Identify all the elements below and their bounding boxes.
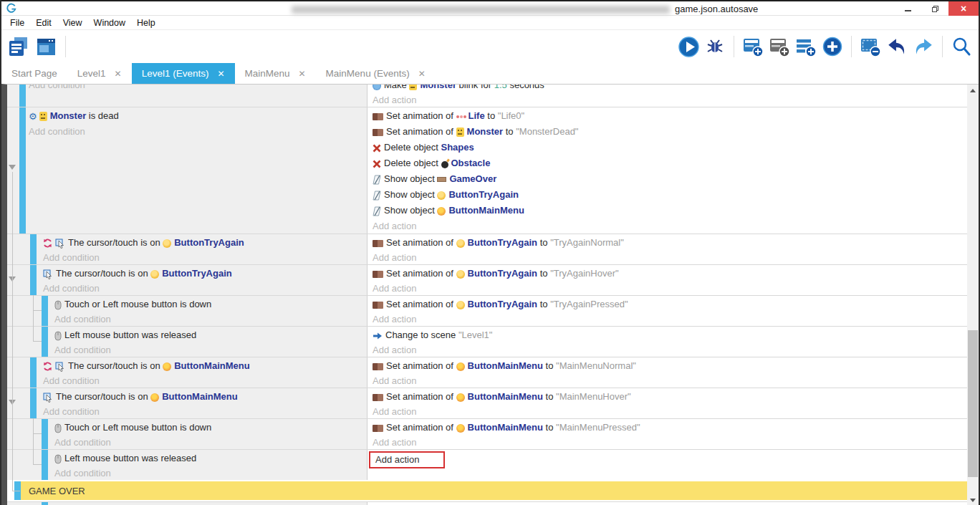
event-bar — [42, 327, 48, 357]
action-line[interactable]: Set animation of ButtonMainMenu to "Main… — [373, 358, 967, 373]
expander-icon[interactable] — [9, 165, 16, 170]
menu-view[interactable]: View — [57, 18, 88, 28]
tab-mainmenu[interactable]: MainMenu ✕ — [235, 63, 316, 84]
object-name: ButtonMainMenu — [468, 360, 543, 371]
number-value: 1.5 — [494, 85, 507, 90]
add-condition-button[interactable]: Add condition — [54, 342, 367, 357]
undo-button[interactable] — [885, 35, 908, 58]
add-condition-button[interactable]: Add condition — [43, 373, 367, 388]
add-action-button-highlighted[interactable]: Add action — [369, 451, 445, 468]
action-line[interactable]: Delete object Obstacle — [373, 155, 967, 171]
condition-line[interactable]: Left mouse button was released — [54, 451, 367, 466]
add-condition-button[interactable]: Add condition — [43, 250, 367, 264]
action-text: seconds — [507, 85, 544, 90]
play-button[interactable] — [677, 35, 700, 58]
tab-label: Level1 — [77, 68, 106, 79]
add-condition-button[interactable]: Add condition — [54, 466, 367, 480]
actions-cell: Change to scene "Level1" Add action — [368, 327, 967, 357]
restore-button[interactable] — [921, 1, 948, 16]
redo-button[interactable] — [912, 35, 935, 58]
action-line[interactable]: Set animation of ButtonTryAgain to "TryA… — [373, 266, 967, 281]
action-line[interactable]: Set animation of Life to "Life0" — [373, 108, 967, 124]
add-event-button[interactable] — [741, 35, 764, 58]
scroll-up-arrow[interactable] — [967, 85, 979, 96]
add-action-button[interactable]: Add action — [373, 373, 967, 388]
add-other-event-button[interactable] — [821, 35, 844, 58]
string-value: "MainMenuHover" — [556, 391, 631, 402]
set-animation-icon — [373, 240, 383, 247]
string-value: "TryAgainPressed" — [550, 299, 628, 309]
search-button[interactable] — [950, 35, 973, 58]
add-action-button[interactable]: Add action — [373, 218, 967, 234]
add-action-button[interactable]: Add action — [373, 435, 967, 449]
tab-level1-events[interactable]: Level1 (Events) ✕ — [132, 63, 235, 84]
scrollbar-thumb[interactable] — [968, 330, 978, 477]
tab-close-icon[interactable]: ✕ — [115, 69, 122, 79]
add-condition-button[interactable]: Add condition — [54, 312, 367, 326]
action-line[interactable]: Set animation of ButtonMainMenu to "Main… — [373, 389, 967, 404]
condition-line[interactable]: ⚙Monster is dead — [29, 108, 367, 124]
set-animation-icon — [373, 425, 383, 432]
condition-line[interactable]: Touch or Left mouse button is down — [54, 420, 367, 435]
tab-close-icon[interactable]: ✕ — [418, 69, 426, 79]
add-action-button[interactable]: Add action — [373, 312, 967, 326]
event-bar — [30, 234, 37, 264]
action-line[interactable]: Make Monster blink for 1.5 seconds — [373, 85, 967, 92]
remove-event-button[interactable] — [859, 35, 882, 58]
tab-mainmenu-events[interactable]: MainMenu (Events) ✕ — [316, 63, 436, 84]
add-action-button[interactable]: Add action — [373, 281, 967, 295]
action-line[interactable]: Show object GameOver — [373, 171, 967, 187]
comment-row[interactable]: GAME OVER — [7, 481, 967, 500]
add-condition-button[interactable]: Add condition — [29, 124, 367, 140]
window-title: game.json.autosave — [675, 4, 758, 14]
project-manager-button[interactable] — [7, 35, 30, 58]
add-condition-button[interactable]: Add condition — [54, 435, 367, 449]
gdevelop-logo-icon — [6, 3, 17, 14]
condition-line[interactable]: Touch or Left mouse button is down — [54, 297, 367, 312]
action-line[interactable]: Set animation of ButtonTryAgain to "TryA… — [373, 297, 967, 312]
action-line[interactable]: Set animation of ButtonMainMenu to "Main… — [373, 420, 967, 435]
menu-file[interactable]: File — [4, 18, 30, 28]
add-action-button[interactable]: Add action — [373, 404, 967, 418]
menu-edit[interactable]: Edit — [30, 18, 57, 28]
add-action-button[interactable]: Add action — [373, 342, 967, 357]
action-line[interactable]: Show object ButtonTryAgain — [373, 187, 967, 203]
set-animation-icon — [373, 271, 383, 278]
add-condition-button[interactable]: Add condition — [43, 281, 367, 295]
scroll-down-arrow[interactable] — [967, 494, 979, 505]
condition-line[interactable]: The cursor/touch is on ButtonTryAgain — [43, 266, 367, 281]
minimize-button[interactable] — [894, 1, 921, 16]
add-comment-button[interactable] — [794, 35, 817, 58]
action-line[interactable]: Delete object Shapes — [373, 140, 967, 155]
vertical-scrollbar[interactable] — [967, 85, 979, 505]
debugger-button[interactable] — [703, 35, 726, 58]
tab-level1[interactable]: Level1 ✕ — [67, 63, 132, 84]
condition-line[interactable]: The cursor/touch is on ButtonTryAgain — [43, 235, 367, 250]
condition-line[interactable]: The cursor/touch is on ButtonMainMenu — [43, 358, 367, 373]
mouse-icon — [54, 331, 62, 341]
action-line[interactable]: Change to scene "Level1" — [373, 327, 967, 342]
action-line[interactable]: Set animation of Monster to "MonsterDead… — [373, 124, 967, 140]
action-line[interactable]: Set animation of ButtonTryAgain to "TryA… — [373, 235, 967, 250]
close-button[interactable]: × — [948, 1, 979, 16]
add-action-button[interactable]: Add action — [373, 250, 967, 264]
conditions-cell: Left mouse button was released Add condi… — [7, 450, 368, 480]
tab-close-icon[interactable]: ✕ — [299, 69, 306, 79]
tab-close-icon[interactable]: ✕ — [217, 69, 224, 79]
condition-line[interactable]: Left mouse button was released — [54, 327, 367, 342]
string-value: "MainMenuPressed" — [556, 422, 640, 433]
monster-object-icon — [39, 112, 47, 121]
add-action-button[interactable]: Add action — [373, 92, 967, 107]
action-line[interactable]: Show object ButtonMainMenu — [373, 203, 967, 218]
menu-window[interactable]: Window — [88, 18, 131, 28]
add-sub-event-button[interactable] — [768, 35, 791, 58]
menu-help[interactable]: Help — [131, 18, 161, 28]
condition-line[interactable]: The cursor/touch is on ButtonMainMenu — [43, 389, 367, 404]
string-value: "Life0" — [498, 110, 524, 121]
action-text: Delete object — [384, 142, 441, 153]
object-name: GameOver — [449, 173, 496, 184]
add-condition-button[interactable]: Add condition — [43, 404, 367, 418]
add-condition-button[interactable]: Add condition — [29, 85, 367, 92]
start-page-button[interactable] — [34, 35, 57, 58]
tab-start-page[interactable]: Start Page — [1, 63, 67, 84]
